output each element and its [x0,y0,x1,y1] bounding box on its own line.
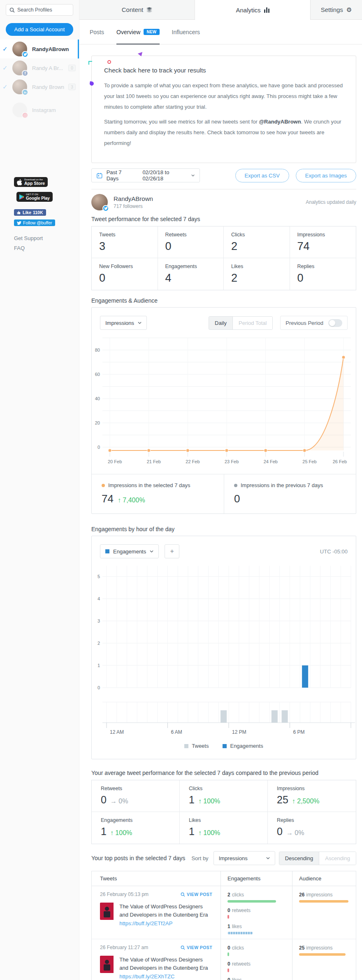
instagram-icon [22,112,28,119]
gray-square-icon [184,744,188,748]
metric-clicks: Clicks2 [224,226,290,258]
notice-paragraph-2: Starting tomorrow, you will see metrics … [104,117,343,149]
queue-count-badge: 0 [68,65,76,71]
profile-item-facebook[interactable]: ✓ f Randy A Br... 0 [0,58,79,77]
app-store-line2: App Store [24,181,45,186]
previous-period-toggle[interactable] [328,319,342,327]
likes-stat: 0likes [227,976,285,980]
confetti-icon [138,52,144,57]
profile-search-box[interactable] [6,4,73,16]
metric-likes: Likes2 [224,258,290,290]
metric-impressions: Impressions74 [290,226,356,258]
legend-engagements: Engagements [223,743,263,749]
view-post-link[interactable]: VIEW POST [181,892,212,897]
performance-section-title: Tweet performance for the selected 7 day… [91,216,356,222]
tab-content[interactable]: Content [79,0,195,19]
linkedin-icon: in [22,89,28,96]
ea-summary-cards: Impressions in the selected 7 days 74↑ 7… [92,474,356,513]
export-images-button[interactable]: Export as Images [296,169,356,182]
post-date: 26 February 11:27 am [100,945,148,950]
avatar: f [12,61,27,75]
avg-clicks: Clicks1↑ 100% [180,780,268,812]
svg-text:23 Feb: 23 Feb [225,459,239,464]
svg-text:21 Feb: 21 Feb [147,459,161,464]
date-range-value: 02/20/18 to 02/26/18 [142,169,187,182]
metric-engagements: Engagements4 [158,258,224,290]
faq-link[interactable]: FAQ [14,245,67,251]
checkmark-icon[interactable]: ✓ [2,83,12,91]
hourly-metric-value: Engagements [113,548,146,555]
facebook-like-button[interactable]: Like 110K [14,209,46,216]
retweets-bar [227,968,229,972]
view-post-link[interactable]: VIEW POST [181,945,212,950]
svg-text:20 Feb: 20 Feb [108,459,122,464]
hourly-chart-card: Engagements + UTC -05:00 01234512 AM6 AM… [91,536,356,759]
checkmark-icon[interactable]: ✓ [2,64,12,72]
table-header-row: Tweets Engagements Audience [92,871,356,886]
divider [91,189,356,189]
app-store-badge[interactable]: Download on the App Store [14,177,48,187]
hourly-metric-dropdown[interactable]: Engagements [100,544,159,558]
svg-text:6 PM: 6 PM [293,729,305,735]
date-range-picker[interactable]: Past 7 Days 02/20/18 to 02/26/18 [91,168,200,182]
gear-icon: ⚙ [346,6,352,14]
queue-count-badge: 3 [68,84,76,90]
add-metric-button[interactable]: + [165,544,179,558]
confetti-icon [88,61,92,65]
tweet-bar [282,710,288,723]
profile-item-linkedin[interactable]: ✓ in Randy Brown 3 [0,77,79,96]
profile-name: Randy A Br... [32,65,68,71]
avatar [12,42,27,56]
sort-dropdown[interactable]: Impressions [213,851,275,865]
twitter-follow-button[interactable]: Follow @buffer [14,219,55,226]
google-play-icon [19,194,24,200]
avatar [12,103,27,117]
metric-select-dropdown[interactable]: Impressions [100,316,147,330]
svg-text:1: 1 [97,663,100,668]
subtab-posts[interactable]: Posts [90,20,104,44]
svg-text:60: 60 [95,372,100,377]
subtab-influencers[interactable]: Influencers [172,20,200,44]
post-thumbnail [100,903,114,920]
daily-segment[interactable]: Daily [209,317,233,329]
checkmark-icon[interactable]: ✓ [2,45,12,53]
google-play-line1: GET IT ON [26,193,50,196]
add-social-account-button[interactable]: Add a Social Account [6,23,73,36]
post-date: 26 February 05:13 pm [100,891,149,897]
svg-text:2: 2 [97,641,100,646]
content-stack-icon [146,7,152,12]
profile-item-instagram[interactable]: ✓ Instagram [0,100,79,119]
performance-metric-grid: Tweets3 Retweets0 Clicks2 Impressions74 … [91,226,356,290]
period-total-segment[interactable]: Period Total [233,317,272,329]
svg-text:0: 0 [97,685,100,690]
twitter-icon [22,51,28,58]
subtab-overview-label: Overview [116,29,140,35]
export-csv-button[interactable]: Export as CSV [235,169,289,182]
tab-settings[interactable]: Settings ⚙ [311,0,362,19]
post-link[interactable]: https://buff.ly/2ETf2AP [119,920,212,926]
impressions-bar [299,953,346,956]
google-play-badge[interactable]: GET IT ON Google Play [16,192,53,202]
search-input[interactable] [17,7,67,13]
date-range-label: Past 7 Days [107,169,133,182]
tab-analytics[interactable]: Analytics [195,0,311,20]
line-point [225,449,228,452]
chevron-down-icon [191,174,195,177]
post-link[interactable]: https://buff.ly/2EXhTZC [119,973,212,980]
subtab-overview[interactable]: Overview NEW [116,20,160,44]
profile-item-twitter[interactable]: ✓ RandyABrown [0,40,79,58]
date-export-row: Past 7 Days 02/20/18 to 02/26/18 Export … [91,168,356,182]
descending-button[interactable]: Descending [279,852,320,865]
buffer-analytics-page: Add a Social Account ✓ RandyABrown ✓ f R… [0,0,362,980]
notice-title: Check back here to track your results [104,67,343,74]
clicks-stat: 2clicks [227,891,285,903]
metric-retweets: Retweets0 [158,226,224,258]
get-support-link[interactable]: Get Support [14,235,67,241]
tab-analytics-label: Analytics [236,7,260,14]
post-thumbnail [100,956,114,973]
svg-text:5: 5 [97,574,100,579]
ascending-button[interactable]: Ascending [319,852,356,865]
line-point [264,449,267,452]
profile-name: Randy Brown [32,84,68,90]
line-point [147,449,151,452]
